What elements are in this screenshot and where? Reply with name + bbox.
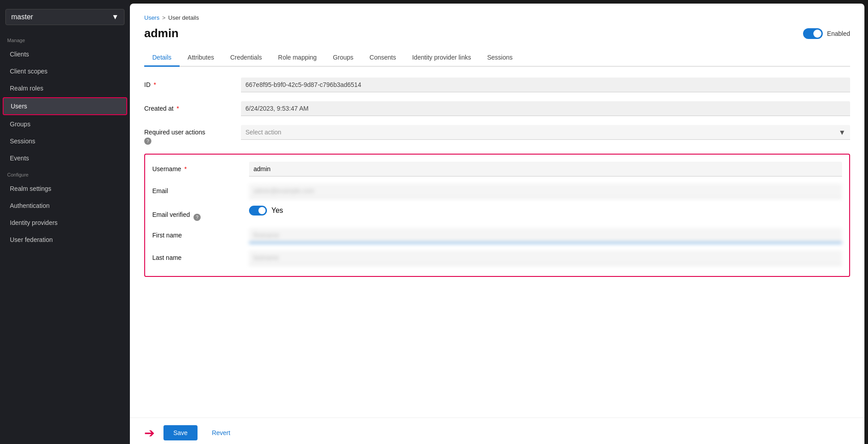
created-at-required-marker: * [176, 105, 179, 112]
username-input[interactable] [249, 162, 842, 177]
email-field-group: Email [152, 184, 842, 198]
realm-selector[interactable]: master ▼ [5, 9, 125, 25]
sidebar-item-authentication[interactable]: Authentication [3, 198, 127, 214]
created-at-field [241, 101, 850, 116]
page-title: admin [144, 26, 179, 40]
breadcrumb-users-link[interactable]: Users [144, 14, 159, 21]
save-button[interactable]: Save [163, 425, 198, 440]
realm-dropdown-icon: ▼ [112, 13, 119, 21]
action-bar: ➔ Save Revert [130, 418, 864, 444]
page-header: admin Enabled [144, 26, 850, 40]
username-field-group: Username * [152, 162, 842, 177]
sidebar: master ▼ Manage Clients Client scopes Re… [0, 0, 130, 444]
user-details-highlight-box: Username * Email Email verified ? Yes [144, 154, 850, 277]
tab-role-mapping[interactable]: Role mapping [270, 49, 325, 67]
configure-section-label: Configure [0, 167, 130, 180]
id-label: ID * [144, 78, 234, 88]
manage-section-label: Manage [0, 32, 130, 46]
enabled-toggle[interactable] [803, 28, 823, 39]
sidebar-item-clients[interactable]: Clients [3, 46, 127, 62]
sidebar-item-realm-settings[interactable]: Realm settings [3, 181, 127, 197]
required-actions-select[interactable]: Select action [241, 125, 850, 140]
created-at-field-group: Created at * [144, 101, 850, 116]
breadcrumb-current: User details [168, 14, 199, 21]
tabs-bar: Details Attributes Credentials Role mapp… [144, 49, 850, 67]
last-name-field-group: Last name [152, 250, 842, 265]
main-content: Users > User details admin Enabled Detai… [130, 4, 864, 444]
required-actions-label: Required user actions ? [144, 125, 234, 145]
email-input[interactable] [249, 184, 842, 198]
email-label: Email [152, 184, 242, 194]
email-verified-help-icon[interactable]: ? [193, 214, 201, 221]
sidebar-item-identity-providers[interactable]: Identity providers [3, 215, 127, 231]
sidebar-item-realm-roles[interactable]: Realm roles [3, 80, 127, 96]
enabled-label: Enabled [827, 30, 850, 37]
breadcrumb-separator: > [162, 14, 166, 21]
required-actions-field-group: Required user actions ? Select action ▼ [144, 125, 850, 145]
tab-credentials[interactable]: Credentials [222, 49, 270, 67]
email-verified-toggle[interactable] [249, 206, 267, 216]
breadcrumb: Users > User details [144, 14, 850, 21]
last-name-input[interactable] [249, 250, 842, 265]
email-verified-text: Yes [271, 207, 283, 215]
tab-groups[interactable]: Groups [325, 49, 361, 67]
sidebar-item-users[interactable]: Users [3, 97, 127, 115]
required-actions-help-icon[interactable]: ? [144, 138, 151, 145]
tab-details[interactable]: Details [144, 49, 180, 67]
id-field [241, 78, 850, 92]
username-required-marker: * [184, 165, 186, 172]
first-name-input[interactable] [249, 228, 842, 243]
revert-button[interactable]: Revert [205, 425, 237, 440]
sidebar-item-events[interactable]: Events [3, 150, 127, 166]
created-at-label: Created at * [144, 101, 234, 112]
main-inner: Users > User details admin Enabled Detai… [130, 4, 864, 418]
first-name-label: First name [152, 228, 242, 239]
first-name-field-group: First name [152, 228, 842, 243]
realm-name: master [11, 13, 33, 21]
email-verified-label: Email verified ? [152, 206, 242, 221]
sidebar-item-groups[interactable]: Groups [3, 116, 127, 132]
email-verified-toggle-row: Yes [249, 206, 283, 216]
sidebar-item-client-scopes[interactable]: Client scopes [3, 63, 127, 79]
tab-identity-provider-links[interactable]: Identity provider links [404, 49, 479, 67]
email-verified-field-group: Email verified ? Yes [152, 206, 842, 221]
enabled-toggle-container: Enabled [803, 28, 850, 39]
id-field-group: ID * [144, 78, 850, 92]
tab-consents[interactable]: Consents [361, 49, 404, 67]
tab-attributes[interactable]: Attributes [180, 49, 222, 67]
username-label: Username * [152, 162, 242, 172]
tab-sessions[interactable]: Sessions [479, 49, 521, 67]
id-required-marker: * [154, 81, 156, 88]
save-arrow-indicator: ➔ [144, 426, 155, 440]
sidebar-item-sessions[interactable]: Sessions [3, 133, 127, 149]
sidebar-item-user-federation[interactable]: User federation [3, 232, 127, 248]
last-name-label: Last name [152, 250, 242, 261]
required-actions-select-wrapper: Select action ▼ [241, 125, 850, 140]
